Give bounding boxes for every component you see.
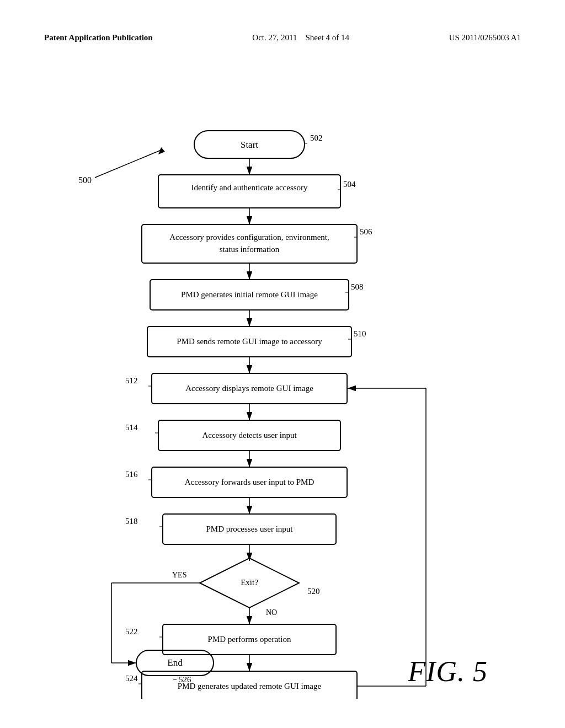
header-date: Oct. 27, 2011 bbox=[252, 33, 297, 42]
header-sheet: Sheet 4 of 14 bbox=[305, 33, 349, 42]
label-504: Identify and authenticate accessory bbox=[191, 183, 308, 192]
label-no: NO bbox=[266, 608, 277, 617]
ref-516: 516 bbox=[125, 470, 138, 479]
header-patent-number: US 2011/0265003 A1 bbox=[449, 33, 521, 42]
node-506 bbox=[142, 224, 357, 263]
ref-504: 504 bbox=[343, 180, 356, 189]
label-518: PMD processes user input bbox=[206, 524, 293, 533]
ref-526: 526 bbox=[179, 675, 191, 684]
label-520: Exit? bbox=[241, 578, 258, 587]
label-510: PMD sends remote GUI image to accessory bbox=[177, 337, 322, 346]
label-514: Accessory detects user input bbox=[202, 431, 297, 440]
label-508: PMD generates initial remote GUI image bbox=[181, 290, 318, 299]
label-506-line1: Accessory provides configuration, enviro… bbox=[169, 233, 329, 242]
ref-518: 518 bbox=[125, 517, 138, 526]
ref-524: 524 bbox=[125, 674, 138, 683]
figure-label: FIG. 5 bbox=[408, 655, 488, 688]
page-header: Patent Application Publication Oct. 27, … bbox=[44, 33, 521, 42]
ref-508: 508 bbox=[351, 282, 364, 291]
ref-514: 514 bbox=[125, 423, 138, 432]
label-516: Accessory forwards user input to PMD bbox=[185, 478, 315, 486]
page: Patent Application Publication Oct. 27, … bbox=[0, 0, 565, 728]
label-512: Accessory displays remote GUI image bbox=[185, 384, 313, 393]
ref-512: 512 bbox=[125, 376, 138, 385]
ref-510: 510 bbox=[354, 329, 366, 338]
header-publication: Patent Application Publication bbox=[44, 33, 153, 42]
header-date-sheet: Oct. 27, 2011 Sheet 4 of 14 bbox=[252, 33, 349, 42]
label-506-line2: status information bbox=[220, 245, 280, 254]
flowchart-diagram: 500 Start 502 Identify and authenticate … bbox=[44, 65, 521, 699]
ref-522: 522 bbox=[125, 627, 138, 636]
ref-502: 502 bbox=[310, 133, 323, 142]
label-522: PMD performs operation bbox=[208, 635, 291, 644]
ref-506: 506 bbox=[360, 227, 372, 236]
ref-520: 520 bbox=[307, 587, 320, 596]
arrow-500 bbox=[95, 150, 161, 178]
flowchart-svg: 500 Start 502 Identify and authenticate … bbox=[45, 65, 520, 699]
label-start: Start bbox=[241, 140, 258, 150]
label-524: PMD generates updated remote GUI image bbox=[178, 682, 322, 690]
label-end: End bbox=[167, 657, 183, 668]
label-yes: YES bbox=[172, 571, 186, 579]
label-500: 500 bbox=[78, 175, 92, 185]
